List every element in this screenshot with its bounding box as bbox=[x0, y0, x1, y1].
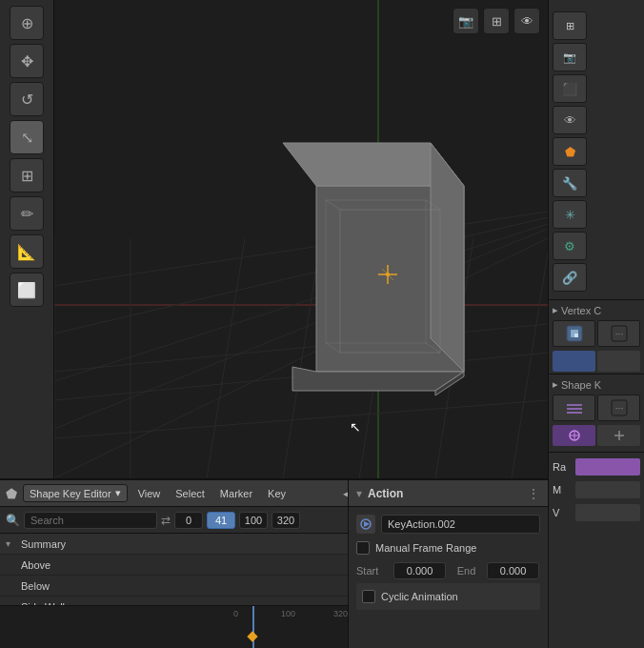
toolbar-btn-measure[interactable]: 📐 bbox=[10, 234, 44, 269]
action-panel-body: Manual Frame Range Start End Cyclic Anim… bbox=[349, 507, 548, 616]
action-type-icon bbox=[356, 515, 375, 534]
svg-rect-42 bbox=[567, 408, 582, 410]
camera-icon[interactable]: 📷 bbox=[453, 8, 479, 34]
frame-current-input[interactable]: 41 bbox=[207, 512, 235, 529]
svg-text:···: ··· bbox=[614, 403, 622, 414]
sk-purple-cell[interactable] bbox=[553, 425, 595, 446]
ske-editor-dropdown[interactable]: Shape Key Editor ▾ bbox=[23, 484, 128, 502]
toolbar-btn-transform[interactable]: ⊞ bbox=[10, 158, 44, 192]
svg-rect-35 bbox=[571, 330, 574, 334]
shape-key-label: ▸ Shape K bbox=[553, 378, 640, 391]
action-panel: ▾ Action ⋮ Manual Frame Range Start End … bbox=[348, 478, 548, 648]
viewport-svg bbox=[54, 0, 548, 478]
frame-start-input[interactable]: 0 bbox=[174, 512, 203, 529]
timeline-num-100: 100 bbox=[262, 609, 314, 618]
start-value-input[interactable] bbox=[393, 562, 446, 579]
svg-rect-36 bbox=[574, 330, 578, 334]
svg-marker-52 bbox=[364, 521, 370, 527]
sk-gray-cell[interactable] bbox=[597, 425, 640, 446]
collapse-arrow-vertex[interactable]: ▸ bbox=[553, 304, 558, 316]
3d-viewport[interactable]: ↖ 📷 ⊞ 👁 bbox=[54, 0, 548, 478]
v-color-bar bbox=[575, 504, 640, 521]
prop-tab-physics[interactable]: ⚙ bbox=[553, 232, 587, 260]
ske-menu-key[interactable]: Key bbox=[263, 486, 291, 501]
toolbar-btn-move[interactable]: ✥ bbox=[10, 44, 44, 78]
prop-tab-render[interactable]: 📷 bbox=[553, 43, 587, 71]
start-end-row: Start End bbox=[356, 560, 540, 581]
m-label: M bbox=[553, 484, 572, 496]
action-name-input[interactable] bbox=[381, 515, 540, 534]
toolbar-btn-annotate[interactable]: ✏ bbox=[10, 196, 44, 231]
prop-tab-particles[interactable]: ✳ bbox=[553, 200, 587, 229]
action-menu-dots[interactable]: ⋮ bbox=[527, 486, 540, 501]
prop-tab-scene[interactable]: ⊞ bbox=[553, 11, 587, 40]
viewport-controls: 📷 ⊞ 👁 bbox=[453, 8, 540, 34]
cyclic-label: Cyclic Animation bbox=[381, 591, 458, 602]
m-color-bar bbox=[575, 481, 640, 498]
action-panel-title: Action bbox=[368, 487, 521, 500]
vg-blue-cell[interactable] bbox=[553, 351, 595, 372]
search-box-container bbox=[24, 512, 157, 529]
summary-expand[interactable]: ▾ bbox=[6, 538, 17, 549]
toolbar-btn-scale[interactable]: ⤡ bbox=[10, 120, 44, 154]
end-value-input[interactable] bbox=[487, 562, 539, 579]
vertex-group-label: ▸ Vertex C bbox=[553, 304, 640, 316]
frame-end2-input[interactable]: 320 bbox=[272, 512, 300, 529]
shape-key-grid: ··· bbox=[553, 395, 640, 421]
manual-frame-range-label: Manual Frame Range bbox=[375, 542, 476, 554]
toolbar-btn-rotate[interactable]: ↺ bbox=[10, 82, 44, 116]
ra-label: Ra bbox=[553, 461, 572, 473]
search-input[interactable] bbox=[30, 515, 151, 526]
left-toolbar: ⊕ ✥ ↺ ⤡ ⊞ ✏ 📐 ⬜ bbox=[0, 0, 54, 478]
manual-frame-range-row: Manual Frame Range bbox=[356, 537, 540, 558]
ske-menu-marker[interactable]: Marker bbox=[215, 486, 257, 501]
collapse-arrow-shapekey[interactable]: ▸ bbox=[553, 378, 558, 391]
vg-cell-2[interactable]: ··· bbox=[597, 320, 640, 347]
svg-text:···: ··· bbox=[614, 329, 622, 339]
manual-frame-range-checkbox[interactable] bbox=[356, 541, 370, 555]
v-label: V bbox=[553, 507, 572, 518]
toolbar-btn-add[interactable]: ⬜ bbox=[10, 273, 44, 307]
action-collapse-arrow[interactable]: ▾ bbox=[356, 487, 362, 500]
svg-rect-43 bbox=[567, 412, 582, 414]
ra-color-bar bbox=[575, 458, 640, 476]
start-label: Start bbox=[356, 565, 390, 577]
svg-rect-41 bbox=[567, 404, 582, 406]
toolbar-btn-cursor[interactable]: ⊕ bbox=[10, 6, 44, 40]
prop-tab-output[interactable]: ⬛ bbox=[553, 74, 587, 103]
cyclic-checkbox[interactable] bbox=[362, 590, 375, 603]
dropdown-arrow: ▾ bbox=[115, 487, 121, 499]
keyframe-diamond-above[interactable] bbox=[247, 631, 257, 641]
prop-tab-constraints[interactable]: 🔗 bbox=[553, 263, 587, 292]
swap-icon: ⇄ bbox=[161, 514, 171, 527]
ske-menu-select[interactable]: Select bbox=[171, 486, 210, 501]
prop-tab-view[interactable]: 👁 bbox=[553, 106, 587, 134]
properties-panel: ⊞ 📷 ⬛ 👁 ⬟ 🔧 ✳ ⚙ 🔗 ▸ Vertex C ··· bbox=[548, 0, 644, 648]
svg-rect-38 bbox=[574, 334, 578, 337]
search-icon: 🔍 bbox=[6, 514, 20, 527]
sk-cell-2[interactable]: ··· bbox=[597, 395, 640, 421]
action-name-row bbox=[356, 513, 540, 536]
vg-gray-cell[interactable] bbox=[597, 351, 640, 372]
prop-tab-object[interactable]: ⬟ bbox=[553, 137, 587, 166]
sk-cell-1[interactable] bbox=[553, 395, 595, 421]
end-label: End bbox=[450, 565, 483, 577]
eye-icon[interactable]: 👁 bbox=[513, 8, 540, 34]
frame-end-input[interactable]: 100 bbox=[239, 512, 268, 529]
ske-menu-view[interactable]: View bbox=[133, 486, 166, 501]
grid-icon[interactable]: ⊞ bbox=[483, 8, 510, 34]
vertex-group-grid: ··· bbox=[553, 320, 640, 347]
prop-tab-modifier[interactable]: 🔧 bbox=[553, 169, 587, 197]
action-panel-header: ▾ Action ⋮ bbox=[349, 480, 548, 507]
cyclic-animation-row: Cyclic Animation bbox=[356, 583, 540, 610]
ske-header-icon: ⬟ bbox=[6, 486, 17, 501]
svg-rect-37 bbox=[571, 334, 574, 337]
vg-cell-1[interactable] bbox=[553, 320, 595, 347]
